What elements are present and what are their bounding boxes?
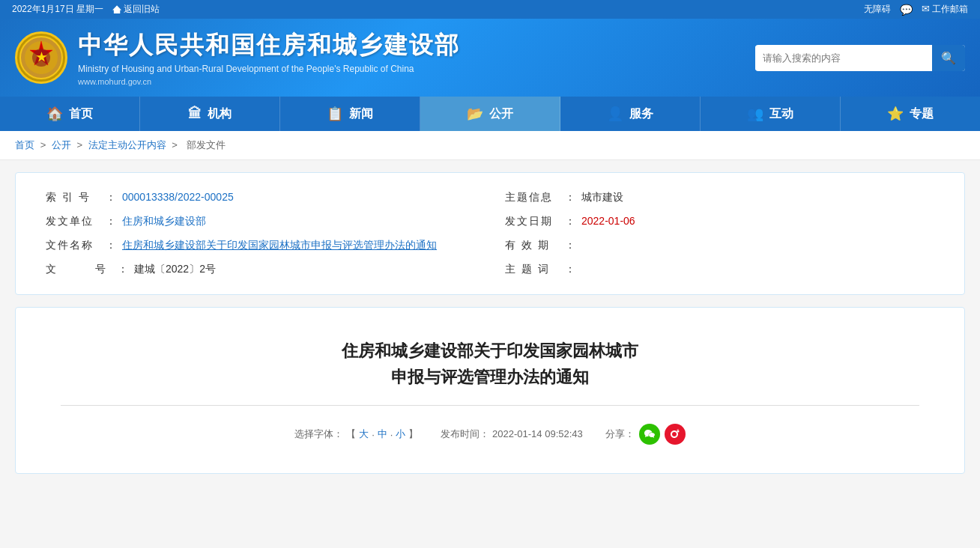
doc-value-index: 000013338/2022-00025: [122, 191, 234, 203]
publish-label: 发布时间：: [441, 428, 489, 439]
doc-field-date: 发文日期 ： 2022-01-06: [505, 215, 934, 228]
accessible-link[interactable]: 无障碍: [864, 3, 891, 16]
doc-field-docnum: 文 号 ： 建城〔2022〕2号: [46, 263, 475, 276]
share-section: 分享：: [605, 424, 686, 445]
article-title: 住房和城乡建设部关于印发国家园林城市 申报与评选管理办法的通知: [61, 338, 919, 390]
page-content: 索 引 号 ： 000013338/2022-00025 发文单位 ： 住房和城…: [0, 160, 980, 486]
date-label: 2022年1月17日 星期一: [12, 3, 103, 16]
doc-fields-right: 主题信息 ： 城市建设 发文日期 ： 2022-01-06 有 效 期 ： 主 …: [505, 191, 934, 276]
breadcrumb-current: 部发文件: [187, 139, 226, 150]
doc-field-filename: 文件名称 ： 住房和城乡建设部关于印发国家园林城市申报与评选管理办法的通知: [46, 239, 475, 252]
main-nav: 🏠 首页 🏛 机构 📋 新闻 📂 公开 👤 服务 👥 互动 ⭐ 专题: [0, 97, 980, 131]
doc-label-topic: 主题信息: [505, 191, 559, 204]
publish-time: 2022-01-14 09:52:43: [492, 428, 583, 439]
home-nav-icon: 🏠: [46, 106, 63, 122]
search-button[interactable]: 🔍: [932, 45, 965, 71]
nav-home[interactable]: 🏠 首页: [0, 97, 140, 131]
email-icon: ✉: [922, 3, 930, 14]
service-nav-icon: 👤: [607, 106, 623, 122]
nav-news[interactable]: 📋 新闻: [280, 97, 420, 131]
top-bar-left: 2022年1月17日 星期一 返回旧站: [12, 3, 160, 16]
font-size-medium[interactable]: 中: [378, 427, 387, 441]
share-weibo-button[interactable]: [665, 424, 686, 445]
doc-field-keywords: 主 题 词 ：: [505, 263, 934, 276]
nav-org-label: 机构: [208, 106, 232, 122]
nav-home-label: 首页: [69, 106, 93, 122]
article-card: 住房和城乡建设部关于印发国家园林城市 申报与评选管理办法的通知 选择字体： 【 …: [15, 307, 965, 474]
logo-text: 中华人民共和国住房和城乡建设部 Ministry of Housing and …: [78, 29, 460, 86]
special-nav-icon: ⭐: [887, 106, 904, 122]
top-bar-right: 无障碍 💬 ✉ 工作邮箱: [864, 3, 968, 16]
breadcrumb-sep3: >: [172, 139, 180, 150]
site-subtitle: Ministry of Housing and Urban-Rural Deve…: [78, 64, 460, 74]
nav-news-label: 新闻: [349, 106, 373, 122]
svg-text:★: ★: [36, 51, 47, 64]
nav-public[interactable]: 📂 公开: [420, 97, 560, 131]
article-title-line2: 申报与评选管理办法的通知: [391, 368, 589, 386]
nav-service-label: 服务: [629, 106, 653, 122]
font-size-large[interactable]: 大: [359, 427, 369, 441]
doc-field-issuer: 发文单位 ： 住房和城乡建设部: [46, 215, 475, 228]
doc-label-date: 发文日期: [505, 215, 559, 228]
email-link[interactable]: ✉ 工作邮箱: [922, 3, 968, 16]
svg-point-5: [677, 430, 679, 433]
wechat-icon: 💬: [900, 4, 913, 16]
article-meta: 选择字体： 【 大 · 中 · 小 】 发布时间： 2022-01-14 09:…: [61, 418, 919, 451]
breadcrumb-home[interactable]: 首页: [15, 139, 34, 150]
doc-label-filename: 文件名称: [46, 239, 100, 252]
logo-emblem: ★: [15, 31, 67, 84]
article-title-line1: 住房和城乡建设部关于印发国家园林城市: [342, 341, 638, 360]
news-nav-icon: 📋: [327, 106, 343, 122]
nav-interact[interactable]: 👥 互动: [701, 97, 841, 131]
doc-value-issuer: 住房和城乡建设部: [122, 215, 206, 228]
header: ★ 中华人民共和国住房和城乡建设部 Ministry of Housing an…: [0, 19, 980, 97]
public-nav-icon: 📂: [467, 106, 483, 122]
doc-value-docnum: 建城〔2022〕2号: [134, 263, 216, 276]
search-box: 🔍: [755, 45, 965, 71]
wechat-link[interactable]: 💬: [900, 4, 913, 16]
breadcrumb: 首页 > 公开 > 法定主动公开内容 > 部发文件: [0, 131, 980, 160]
doc-label-docnum: 文 号: [46, 263, 112, 276]
doc-label-validity: 有 效 期: [505, 239, 559, 252]
search-input[interactable]: [755, 46, 932, 70]
doc-value-filename[interactable]: 住房和城乡建设部关于印发国家园林城市申报与评选管理办法的通知: [122, 239, 437, 252]
breadcrumb-legal[interactable]: 法定主动公开内容: [88, 139, 166, 150]
top-bar: 2022年1月17日 星期一 返回旧站 无障碍 💬 ✉ 工作邮箱: [0, 0, 980, 19]
nav-special-label: 专题: [910, 106, 934, 122]
nav-interact-label: 互动: [769, 106, 793, 122]
font-size-selector: 选择字体： 【 大 · 中 · 小 】: [294, 427, 418, 441]
share-label: 分享：: [605, 427, 635, 441]
nav-special[interactable]: ⭐ 专题: [841, 97, 980, 131]
article-divider: [61, 405, 919, 406]
breadcrumb-public[interactable]: 公开: [52, 139, 71, 150]
doc-info-card: 索 引 号 ： 000013338/2022-00025 发文单位 ： 住房和城…: [15, 172, 965, 295]
font-size-small[interactable]: 小: [396, 427, 405, 441]
doc-label-issuer: 发文单位: [46, 215, 100, 228]
return-old-site-link[interactable]: 返回旧站: [112, 3, 160, 16]
doc-field-topic: 主题信息 ： 城市建设: [505, 191, 934, 204]
doc-value-topic: 城市建设: [581, 191, 623, 204]
doc-label-keywords: 主 题 词: [505, 263, 559, 276]
nav-org[interactable]: 🏛 机构: [140, 97, 280, 131]
doc-field-index: 索 引 号 ： 000013338/2022-00025: [46, 191, 475, 204]
nav-public-label: 公开: [489, 106, 513, 122]
site-title: 中华人民共和国住房和城乡建设部: [78, 29, 460, 62]
home-icon: [112, 5, 121, 13]
font-size-label: 选择字体：: [294, 427, 343, 441]
share-wechat-button[interactable]: [639, 424, 660, 445]
site-url: www.mohurd.gov.cn: [78, 77, 460, 86]
doc-fields-left: 索 引 号 ： 000013338/2022-00025 发文单位 ： 住房和城…: [46, 191, 475, 276]
doc-field-validity: 有 效 期 ：: [505, 239, 934, 252]
org-nav-icon: 🏛: [188, 106, 202, 122]
breadcrumb-sep2: >: [76, 139, 85, 150]
nav-service[interactable]: 👤 服务: [560, 97, 701, 131]
interact-nav-icon: 👥: [747, 106, 763, 122]
doc-value-date: 2022-01-06: [581, 215, 635, 227]
publish-info: 发布时间： 2022-01-14 09:52:43: [441, 427, 582, 441]
header-logo: ★ 中华人民共和国住房和城乡建设部 Ministry of Housing an…: [15, 29, 460, 86]
doc-label-index: 索 引 号: [46, 191, 100, 204]
breadcrumb-sep1: >: [40, 139, 49, 150]
header-search: 🔍: [755, 45, 965, 71]
